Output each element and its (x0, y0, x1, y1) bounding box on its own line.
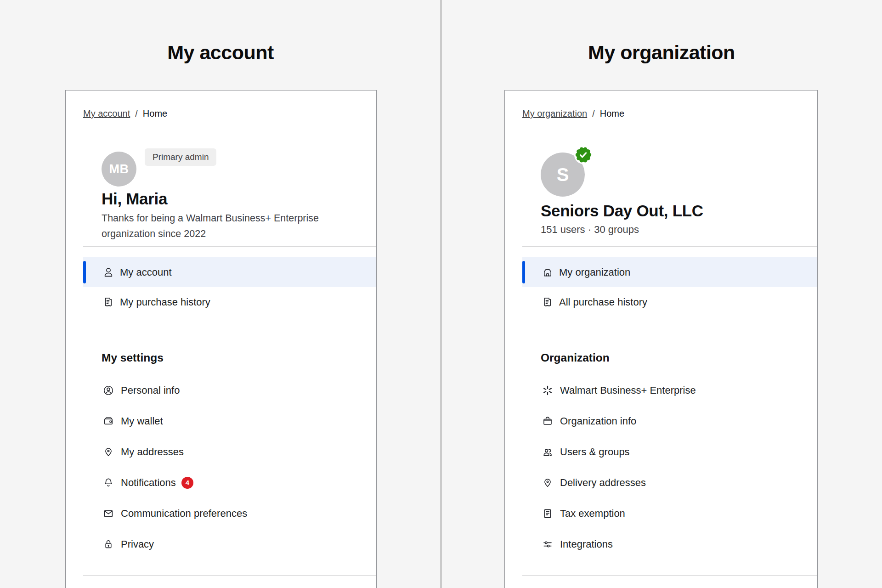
divider (522, 138, 817, 138)
menu-label: Personal info (121, 384, 180, 396)
selected-indicator-bar (83, 261, 86, 283)
my-account-card: My account/Home MB Primary admin Hi, Mar… (65, 90, 377, 588)
account-greeting: Hi, Maria (102, 189, 376, 209)
membership-subtitle: Thanks for being a Walmart Business+ Ent… (102, 210, 376, 242)
menu-item-communication-preferences[interactable]: Communication preferences (102, 498, 376, 529)
envelope-icon (102, 508, 114, 520)
walmart-spark-icon (542, 384, 554, 396)
section-heading-my-settings: My settings (102, 351, 376, 365)
divider (83, 575, 376, 576)
receipt-icon (542, 296, 554, 308)
users-icon (542, 446, 554, 458)
menu-item-my-addresses[interactable]: My addresses (102, 436, 376, 467)
avatar-wrap: S (541, 153, 585, 197)
breadcrumb: My account/Home (83, 107, 376, 119)
receipt-icon (102, 296, 114, 308)
organization-stats: 151 users · 30 groups (541, 223, 817, 236)
avatar-wrap: MB (102, 152, 136, 187)
avatar: MB (102, 152, 136, 187)
house-icon (542, 266, 554, 278)
membership-subtitle-line1: Thanks for being a Walmart Business+ Ent… (102, 210, 376, 226)
account-hero: MB Primary admin (102, 152, 376, 187)
menu-item-organization-info[interactable]: Organization info (542, 406, 817, 436)
my-account-panel: My account My account/Home MB Primary ad… (0, 0, 441, 588)
divider (83, 246, 376, 247)
menu-item-privacy[interactable]: Privacy (102, 529, 376, 560)
person-circle-icon (102, 384, 114, 396)
divider (83, 138, 376, 138)
menu-label: Users & groups (560, 446, 630, 458)
verified-badge-icon (574, 145, 593, 164)
breadcrumb: My organization/Home (522, 107, 817, 119)
menu-label: Privacy (121, 538, 154, 550)
nav-item-all-purchase-history[interactable]: All purchase history (522, 287, 817, 317)
menu-label: Walmart Business+ Enterprise (560, 384, 696, 396)
menu-item-notifications[interactable]: Notifications 4 (102, 467, 376, 498)
breadcrumb-link-my-organization[interactable]: My organization (522, 108, 587, 119)
breadcrumb-current-home: Home (143, 108, 167, 119)
nav-label: My purchase history (120, 296, 210, 308)
menu-item-integrations[interactable]: Integrations (542, 529, 817, 560)
membership-subtitle-line2: organization since 2022 (102, 226, 376, 242)
divider (522, 331, 817, 331)
selected-indicator-bar (522, 261, 525, 283)
menu-item-my-wallet[interactable]: My wallet (102, 406, 376, 436)
menu-label: Tax exemption (560, 508, 625, 520)
menu-label: Notifications (121, 477, 176, 489)
notification-count-badge: 4 (181, 477, 193, 489)
nav-label: My organization (559, 266, 630, 278)
nav-item-my-organization[interactable]: My organization (522, 257, 817, 287)
menu-label: Communication preferences (121, 508, 247, 520)
person-icon (102, 266, 114, 278)
breadcrumb-link-my-account[interactable]: My account (83, 108, 130, 119)
menu-label: Delivery addresses (560, 477, 646, 489)
organization-hero: S (541, 153, 817, 197)
menu-label: Integrations (560, 538, 613, 550)
menu-item-tax-exemption[interactable]: Tax exemption (542, 498, 817, 529)
my-organization-card: My organization/Home S (504, 90, 818, 588)
menu-label: Organization info (560, 415, 636, 427)
document-icon (542, 508, 554, 520)
section-heading-organization: Organization (541, 351, 817, 365)
sliders-icon (542, 538, 554, 550)
map-pin-icon (542, 477, 554, 489)
panel-title-my-organization: My organization (441, 0, 882, 64)
map-pin-icon (102, 446, 114, 458)
breadcrumb-separator: / (592, 108, 595, 119)
bell-icon (102, 477, 114, 489)
briefcase-icon (542, 415, 554, 427)
nav-item-my-account[interactable]: My account (83, 257, 376, 287)
menu-item-delivery-addresses[interactable]: Delivery addresses (542, 467, 817, 498)
nav-label: All purchase history (559, 296, 647, 308)
menu-label: My addresses (121, 446, 184, 458)
breadcrumb-separator: / (135, 108, 138, 119)
divider (522, 246, 817, 247)
breadcrumb-current-home: Home (600, 108, 624, 119)
organization-name: Seniors Day Out, LLC (541, 201, 817, 220)
divider (522, 575, 817, 576)
lock-icon (102, 538, 114, 550)
menu-item-walmart-business-enterprise[interactable]: Walmart Business+ Enterprise (542, 375, 817, 406)
menu-item-personal-info[interactable]: Personal info (102, 375, 376, 406)
panel-title-my-account: My account (0, 0, 441, 64)
wallet-icon (102, 415, 114, 427)
my-organization-panel: My organization My organization/Home S (441, 0, 882, 588)
divider (83, 331, 376, 331)
menu-item-users-groups[interactable]: Users & groups (542, 436, 817, 467)
nav-label: My account (120, 266, 172, 278)
role-chip: Primary admin (145, 148, 216, 166)
nav-item-my-purchase-history[interactable]: My purchase history (83, 287, 376, 317)
menu-label: My wallet (121, 415, 163, 427)
